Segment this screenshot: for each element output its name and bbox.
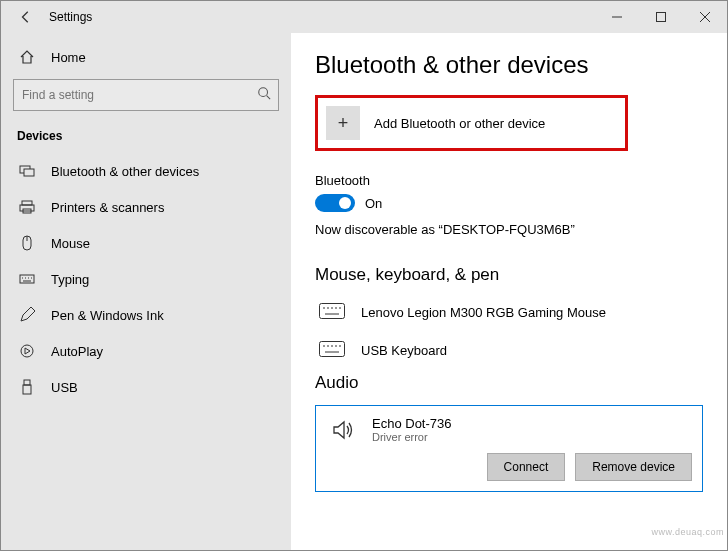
- svg-line-2: [700, 12, 710, 22]
- connect-button[interactable]: Connect: [487, 453, 566, 481]
- svg-rect-20: [24, 380, 30, 385]
- sidebar-item-label: USB: [51, 380, 78, 395]
- page-title: Bluetooth & other devices: [315, 51, 703, 79]
- section-mouse-title: Mouse, keyboard, & pen: [315, 265, 703, 285]
- watermark: www.deuaq.com: [651, 527, 724, 537]
- minimize-icon: [612, 12, 622, 22]
- bluetooth-label: Bluetooth: [315, 173, 703, 188]
- sidebar-item-printers[interactable]: Printers & scanners: [1, 189, 291, 225]
- sidebar-item-label: Typing: [51, 272, 89, 287]
- close-icon: [700, 12, 710, 22]
- content-pane: Bluetooth & other devices + Add Bluetoot…: [291, 33, 727, 550]
- toggle-knob: [339, 197, 351, 209]
- add-device-button[interactable]: + Add Bluetooth or other device: [315, 95, 628, 151]
- home-icon: [17, 49, 37, 65]
- minimize-button[interactable]: [595, 1, 639, 33]
- svg-rect-8: [22, 201, 32, 205]
- usb-icon: [17, 379, 37, 395]
- pen-icon: [17, 307, 37, 323]
- add-device-label: Add Bluetooth or other device: [374, 116, 545, 131]
- device-row-mouse[interactable]: Lenovo Legion M300 RGB Gaming Mouse: [315, 297, 703, 335]
- home-nav[interactable]: Home: [1, 41, 291, 73]
- mouse-icon: [17, 235, 37, 251]
- keyboard-device-icon: [315, 341, 349, 359]
- svg-rect-29: [320, 342, 345, 357]
- search-icon: [257, 86, 271, 104]
- maximize-icon: [656, 12, 666, 22]
- titlebar: Settings: [1, 1, 727, 33]
- svg-point-19: [21, 345, 33, 357]
- sidebar-item-mouse[interactable]: Mouse: [1, 225, 291, 261]
- sidebar-item-label: Pen & Windows Ink: [51, 308, 164, 323]
- audio-device-status: Driver error: [372, 431, 452, 443]
- bluetooth-toggle[interactable]: [315, 194, 355, 212]
- sidebar-item-label: AutoPlay: [51, 344, 103, 359]
- device-row-keyboard[interactable]: USB Keyboard: [315, 335, 703, 373]
- sidebar: Home Devices Bluetooth & other devices: [1, 33, 291, 550]
- search-input[interactable]: [13, 79, 279, 111]
- home-label: Home: [51, 50, 86, 65]
- svg-rect-13: [20, 275, 34, 283]
- audio-device-card[interactable]: Echo Dot-736 Driver error Connect Remove…: [315, 405, 703, 492]
- autoplay-icon: [17, 343, 37, 359]
- keyboard-device-icon: [315, 303, 349, 321]
- plus-icon: +: [326, 106, 360, 140]
- svg-line-3: [700, 12, 710, 22]
- svg-rect-9: [20, 205, 34, 211]
- sidebar-item-label: Printers & scanners: [51, 200, 164, 215]
- remove-device-button[interactable]: Remove device: [575, 453, 692, 481]
- sidebar-item-label: Mouse: [51, 236, 90, 251]
- discoverable-text: Now discoverable as “DESKTOP-FQU3M6B”: [315, 222, 703, 237]
- sidebar-item-bluetooth[interactable]: Bluetooth & other devices: [1, 153, 291, 189]
- printer-icon: [17, 199, 37, 215]
- svg-point-4: [259, 88, 268, 97]
- sidebar-item-usb[interactable]: USB: [1, 369, 291, 405]
- keyboard-icon: [17, 271, 37, 287]
- bluetooth-devices-icon: [17, 163, 37, 179]
- window-title: Settings: [41, 10, 92, 24]
- sidebar-item-typing[interactable]: Typing: [1, 261, 291, 297]
- section-audio-title: Audio: [315, 373, 703, 393]
- sidebar-section-heading: Devices: [1, 125, 291, 153]
- device-name: Lenovo Legion M300 RGB Gaming Mouse: [361, 305, 606, 320]
- bluetooth-state: On: [365, 196, 382, 211]
- sidebar-item-autoplay[interactable]: AutoPlay: [1, 333, 291, 369]
- arrow-left-icon: [19, 10, 33, 24]
- close-button[interactable]: [683, 1, 727, 33]
- window-controls: [595, 1, 727, 33]
- back-button[interactable]: [11, 10, 41, 24]
- svg-rect-1: [657, 13, 666, 22]
- device-name: USB Keyboard: [361, 343, 447, 358]
- svg-rect-22: [320, 304, 345, 319]
- svg-rect-7: [24, 169, 34, 176]
- sidebar-item-label: Bluetooth & other devices: [51, 164, 199, 179]
- maximize-button[interactable]: [639, 1, 683, 33]
- audio-device-name: Echo Dot-736: [372, 416, 452, 431]
- speaker-icon: [326, 418, 360, 442]
- svg-rect-21: [23, 385, 31, 394]
- svg-line-5: [267, 96, 271, 100]
- sidebar-item-pen[interactable]: Pen & Windows Ink: [1, 297, 291, 333]
- search-wrap: [13, 79, 279, 111]
